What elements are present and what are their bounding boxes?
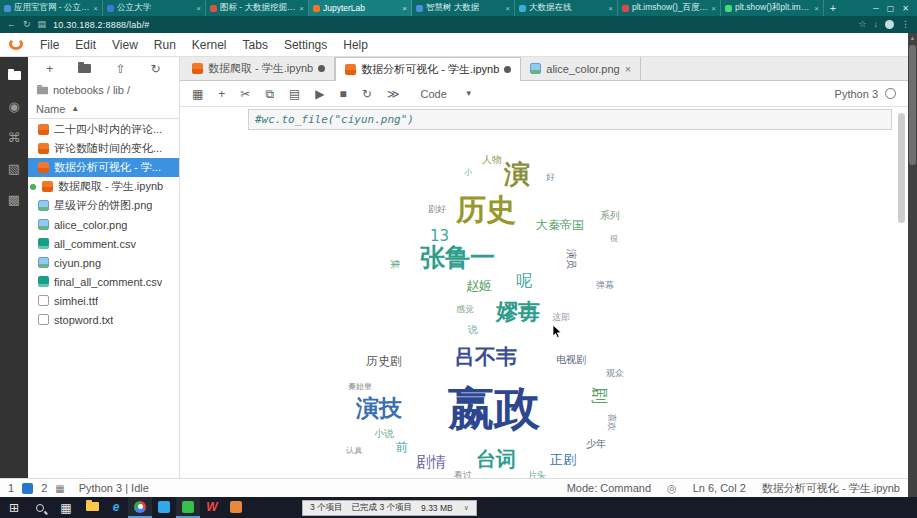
minimize-button[interactable]: ─ [873, 4, 879, 13]
scrollbar-thumb[interactable] [909, 45, 916, 165]
tab-close-icon[interactable]: × [711, 4, 716, 13]
terminal-count[interactable]: 1 [8, 482, 14, 494]
tab-close-icon[interactable]: × [608, 4, 613, 13]
menu-kernel[interactable]: Kernel [184, 36, 235, 54]
name-column-header[interactable]: Name ▲ [28, 99, 179, 119]
kernel-status-text[interactable]: Python 3 | Idle [79, 482, 149, 494]
copy-cell-icon[interactable]: ⧉ [265, 88, 274, 100]
file-row[interactable]: simhei.ttf [28, 291, 179, 310]
taskbar-wps-app[interactable]: W [200, 497, 224, 518]
taskbar-green-app[interactable] [176, 497, 200, 518]
doc-tab[interactable]: 数据分析可视化 - 学生.ipynb [335, 57, 521, 81]
activity-extensions-icon[interactable]: ▩ [8, 193, 20, 206]
kernel-indicator[interactable]: Python 3 [835, 88, 896, 100]
menu-tabs[interactable]: Tabs [235, 36, 276, 54]
menu-help[interactable]: Help [335, 36, 376, 54]
start-button[interactable]: ⊞ [2, 497, 26, 518]
activity-property-inspector-icon[interactable]: ▧ [8, 162, 20, 175]
save-icon[interactable]: ▦ [192, 88, 203, 100]
taskbar-file-explorer[interactable] [80, 497, 104, 518]
file-row[interactable]: 二十四小时内的评论... [28, 120, 179, 139]
tab-close-icon[interactable]: × [196, 4, 201, 13]
browser-tab[interactable]: 公立大学× [103, 0, 206, 16]
profile-avatar[interactable] [885, 20, 894, 29]
file-row[interactable]: all_comment.csv [28, 234, 179, 253]
paste-cell-icon[interactable]: ▤ [289, 88, 300, 100]
file-row[interactable]: 星级评分的饼图.png [28, 196, 179, 215]
notification-bell-icon[interactable]: ◎ [667, 482, 677, 495]
file-row[interactable]: 评论数随时间的变化... [28, 139, 179, 158]
browser-tab[interactable]: 智慧树 大数据× [412, 0, 515, 16]
file-row[interactable]: alice_color.png [28, 215, 179, 234]
file-row[interactable]: final_all_comment.csv [28, 272, 179, 291]
browser-tab[interactable]: 应用宝官网 - 公立大学不...× [0, 0, 103, 16]
taskbar-chrome-browser[interactable] [128, 497, 152, 518]
run-icon[interactable]: ▶ [315, 88, 324, 100]
breadcrumb[interactable]: notebooks / lib / [28, 81, 179, 99]
tab-close-icon[interactable]: × [402, 4, 407, 13]
tab-close-icon[interactable]: × [814, 4, 819, 13]
run-all-icon[interactable]: ≫ [387, 88, 400, 100]
file-row[interactable]: 数据分析可视化 - 学... [28, 158, 179, 177]
restart-kernel-icon[interactable]: ↻ [362, 88, 372, 100]
menu-settings[interactable]: Settings [276, 36, 335, 54]
bookmark-star-icon[interactable]: ☆ [858, 20, 866, 29]
refresh-icon[interactable]: ↻ [23, 20, 31, 29]
file-transfer-progress[interactable]: 3 个项目 已完成 3 个项目 9.33 MB ∨ [302, 500, 477, 516]
back-icon[interactable]: ← [7, 20, 16, 29]
cell-editor[interactable]: #wc.to_file("ciyun.png") [248, 109, 892, 130]
cut-cell-icon[interactable]: ✂ [240, 88, 250, 100]
tab-title: plt.imshow()_百度搜索 [632, 2, 708, 14]
fb-refresh-icon[interactable]: ↻ [151, 62, 161, 76]
tab-close-icon[interactable]: × [505, 4, 510, 13]
fb-upload-icon[interactable]: ⇧ [116, 62, 126, 76]
maximize-button[interactable]: ▢ [887, 4, 895, 13]
doc-tab-close-icon[interactable]: × [625, 63, 631, 75]
cell-type-dropdown[interactable]: Code ▼ [420, 88, 472, 100]
activity-file-browser-icon[interactable] [8, 69, 21, 82]
scrollbar-up-arrow[interactable]: ▲ [908, 33, 917, 41]
taskbar-ie-browser[interactable]: e [104, 497, 128, 518]
search-button[interactable] [28, 497, 52, 518]
code-cell[interactable]: #wc.to_file("ciyun.png") [180, 109, 892, 130]
menu-run[interactable]: Run [146, 36, 184, 54]
file-row[interactable]: 数据爬取 - 学生.ipynb [28, 177, 179, 196]
taskbar-qq-app[interactable] [152, 497, 176, 518]
browser-tab[interactable]: plt.show()和plt.imshow() - ...× [721, 0, 824, 16]
file-row[interactable]: stopword.txt [28, 310, 179, 329]
browser-menu-icon[interactable]: ⋮ [901, 20, 910, 29]
task-view-button[interactable]: ▦ [54, 497, 78, 518]
fb-new-launcher-icon[interactable]: + [46, 62, 53, 76]
menu-file[interactable]: File [32, 36, 67, 54]
kernel-count[interactable]: 2 [41, 482, 47, 494]
wordcloud-word: 少年 [586, 439, 606, 449]
transfer-caret-icon[interactable]: ∨ [464, 504, 469, 512]
doc-tab[interactable]: 数据爬取 - 学生.ipynb [183, 57, 335, 80]
menu-edit[interactable]: Edit [67, 36, 104, 54]
file-name: 数据爬取 - 学生.ipynb [58, 179, 163, 194]
menu-view[interactable]: View [104, 36, 146, 54]
file-row[interactable]: ciyun.png [28, 253, 179, 272]
stop-icon[interactable]: ■ [340, 88, 347, 100]
line-col-indicator[interactable]: Ln 6, Col 2 [693, 482, 746, 494]
doc-tab[interactable]: alice_color.png× [521, 57, 641, 80]
browser-tab[interactable]: JupyterLab× [309, 0, 412, 16]
tab-close-icon[interactable]: × [93, 4, 98, 13]
notebook-scrollbar[interactable] [898, 113, 905, 223]
browser-tab[interactable]: 图标 - 大数据挖掘平台× [206, 0, 309, 16]
browser-tab[interactable]: 大数据在线× [515, 0, 618, 16]
close-button[interactable]: ✕ [902, 4, 909, 13]
file-name: ciyun.png [54, 257, 101, 269]
activity-commands-icon[interactable]: ⌘ [8, 131, 21, 144]
taskbar-media-app[interactable] [224, 497, 248, 518]
download-icon[interactable]: ↓ [874, 20, 879, 29]
url-text[interactable]: 10.30.188.2:8888/lab/# [53, 20, 149, 30]
add-cell-icon[interactable]: + [218, 88, 225, 100]
breadcrumb-path[interactable]: notebooks / lib / [53, 84, 130, 96]
new-tab-button[interactable]: + [824, 0, 842, 16]
browser-tab[interactable]: plt.imshow()_百度搜索× [618, 0, 721, 16]
browser-scrollbar[interactable]: ▲ [908, 33, 917, 497]
activity-running-kernels-icon[interactable]: ◉ [8, 100, 19, 113]
fb-new-folder-icon[interactable] [78, 62, 91, 76]
tab-close-icon[interactable]: × [299, 4, 304, 13]
